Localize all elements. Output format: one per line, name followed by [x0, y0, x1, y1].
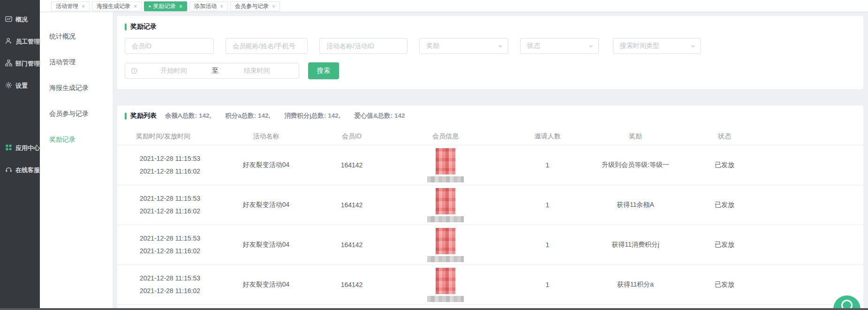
- subnav-poster-records[interactable]: 海报生成记录: [40, 75, 113, 101]
- start-time-placeholder: 开始时间: [137, 67, 210, 75]
- range-separator: 至: [210, 67, 220, 75]
- close-icon[interactable]: ×: [220, 4, 223, 9]
- tab-reward-records[interactable]: ● 奖励记录 ×: [144, 1, 187, 11]
- sidebar-item-overview[interactable]: 概况: [0, 14, 40, 25]
- subnav-label: 统计概况: [49, 32, 75, 41]
- subnav-label: 海报生成记录: [49, 84, 89, 92]
- close-icon[interactable]: ×: [179, 4, 182, 9]
- sidebar-item-label: 概况: [15, 15, 28, 24]
- sidebar-item-online-service[interactable]: 在线客服: [0, 165, 40, 176]
- member-info-cell: [394, 228, 497, 262]
- table-row: 2021-12-28 11:15:53 2021-12-28 11:16:02 …: [117, 265, 863, 305]
- subnav-statistics-overview[interactable]: 统计概况: [40, 23, 113, 49]
- member-id-input[interactable]: [125, 38, 214, 54]
- reward-records-search-panel: 奖励记录 奖励 状态: [117, 16, 863, 89]
- end-time-placeholder: 结束时间: [220, 67, 293, 75]
- status-value: 已发放: [673, 201, 776, 209]
- invite-count: 1: [497, 281, 598, 288]
- sidebar-item-app-center[interactable]: 应用中心: [0, 143, 40, 154]
- main-area: 活动管理 × 海报生成记录 × ● 奖励记录 × 添加活动 × 会员参与记录 ×: [40, 0, 868, 310]
- stat-consume-points-total: 消费积分j总数: 142,: [284, 112, 340, 120]
- close-icon[interactable]: ×: [82, 4, 85, 9]
- bottom-window-edge: [0, 308, 868, 310]
- status-select[interactable]: 状态: [520, 38, 599, 54]
- time-cell: 2021-12-28 11:15:53 2021-12-28 11:16:02: [117, 272, 223, 298]
- sidebar-item-label: 部门管理: [15, 60, 40, 68]
- date-range-picker[interactable]: 开始时间 至 结束时间: [125, 63, 299, 79]
- reward-select[interactable]: 奖励: [419, 38, 508, 54]
- member-info-cell: [394, 148, 497, 182]
- member-info-cell: [394, 268, 497, 302]
- content-area: 奖励记录 奖励 状态: [113, 12, 868, 310]
- blurred-avatar: [436, 188, 455, 214]
- sidebar-item-employees[interactable]: 员工管理: [0, 36, 40, 47]
- time-cell: 2021-12-28 11:15:53 2021-12-28 11:16:02: [117, 152, 223, 178]
- col-header-member-id: 会员ID: [309, 132, 394, 141]
- select-placeholder: 奖励: [426, 42, 439, 50]
- reward-time: 2021-12-28 11:15:53: [140, 152, 223, 165]
- select-placeholder: 搜索时间类型: [620, 42, 659, 50]
- subnav-label: 会员参与记录: [49, 110, 89, 118]
- page-title: 奖励记录: [130, 23, 157, 31]
- status-value: 已发放: [673, 161, 776, 169]
- activity-name: 好友裂变活动04: [223, 161, 309, 169]
- subnav-reward-records[interactable]: 奖励记录: [40, 127, 113, 152]
- subnav-activity-management[interactable]: 活动管理: [40, 49, 113, 75]
- tab-label: 活动管理: [56, 2, 78, 10]
- close-icon[interactable]: ×: [272, 4, 275, 9]
- date-filter-row: 开始时间 至 结束时间 搜索: [125, 62, 856, 79]
- close-icon[interactable]: ×: [134, 4, 137, 9]
- primary-sidebar: 概况 员工管理 部门管理 设置 应用中心 在线客服: [0, 0, 40, 310]
- reward-value: 获得11消费积分j: [598, 241, 673, 249]
- panel-header: 奖励记录: [125, 23, 856, 31]
- activity-name-input[interactable]: [319, 38, 408, 54]
- sidebar-item-settings[interactable]: 设置: [0, 80, 40, 91]
- activity-name: 好友裂变活动04: [223, 241, 309, 249]
- tab-add-activity[interactable]: 添加活动 ×: [189, 1, 228, 11]
- subnav-label: 活动管理: [49, 58, 75, 67]
- select-placeholder: 状态: [527, 42, 540, 50]
- reward-value: 升级到会员等级:等级一: [598, 161, 673, 169]
- tab-label: 海报生成记录: [97, 2, 130, 10]
- tab-activity-management[interactable]: 活动管理 ×: [51, 1, 90, 11]
- status-value: 已发放: [673, 280, 776, 289]
- app-center-icon: [5, 144, 12, 152]
- active-dot-icon: ●: [149, 4, 151, 8]
- blurred-member-name: [427, 176, 464, 182]
- member-name-input[interactable]: [226, 38, 308, 54]
- tab-member-participation[interactable]: 会员参与记录 ×: [230, 1, 280, 11]
- stat-points-total: 积分a总数: 142,: [225, 112, 270, 120]
- blurred-avatar: [436, 228, 455, 254]
- reward-time: 2021-12-28 11:15:53: [140, 192, 223, 205]
- invite-count: 1: [497, 201, 598, 209]
- search-button[interactable]: 搜索: [308, 62, 339, 79]
- blurred-avatar: [436, 148, 455, 174]
- status-value: 已发放: [673, 241, 776, 249]
- time-cell: 2021-12-28 11:15:53 2021-12-28 11:16:02: [117, 232, 223, 258]
- settings-gear-icon: [5, 82, 12, 90]
- reward-time: 2021-12-28 11:15:53: [140, 272, 223, 285]
- subnav-member-participation[interactable]: 会员参与记录: [40, 101, 113, 127]
- blurred-member-name: [427, 256, 464, 262]
- tab-poster-records[interactable]: 海报生成记录 ×: [92, 1, 142, 11]
- stat-love-value-total: 爱心值&总数: 142: [355, 112, 405, 120]
- blurred-member-name: [427, 216, 464, 222]
- time-cell: 2021-12-28 11:15:53 2021-12-28 11:16:02: [117, 192, 223, 218]
- col-header-member-info: 会员信息: [394, 132, 497, 141]
- reward-time: 2021-12-28 11:15:53: [140, 232, 223, 245]
- app-window: 概况 员工管理 部门管理 设置 应用中心 在线客服 活动管理: [0, 0, 868, 310]
- sidebar-item-label: 员工管理: [15, 38, 40, 46]
- search-time-type-select[interactable]: 搜索时间类型: [613, 38, 701, 54]
- sidebar-item-label: 在线客服: [15, 166, 40, 174]
- departments-icon: [5, 60, 12, 68]
- sidebar-item-departments[interactable]: 部门管理: [0, 58, 40, 69]
- invite-count: 1: [497, 161, 598, 169]
- reward-list-panel: 奖励列表 余额A总数: 142, 积分a总数: 142, 消费积分j总数: 14…: [117, 106, 863, 310]
- member-info-cell: [394, 188, 497, 222]
- sidebar-item-label: 应用中心: [15, 144, 40, 152]
- open-tabs-bar: 活动管理 × 海报生成记录 × ● 奖励记录 × 添加活动 × 会员参与记录 ×: [40, 0, 868, 12]
- list-title: 奖励列表: [130, 112, 157, 120]
- secondary-sidebar: 统计概况 活动管理 海报生成记录 会员参与记录 奖励记录: [40, 12, 113, 310]
- activity-name: 好友裂变活动04: [223, 201, 309, 209]
- member-id: 164142: [309, 161, 394, 169]
